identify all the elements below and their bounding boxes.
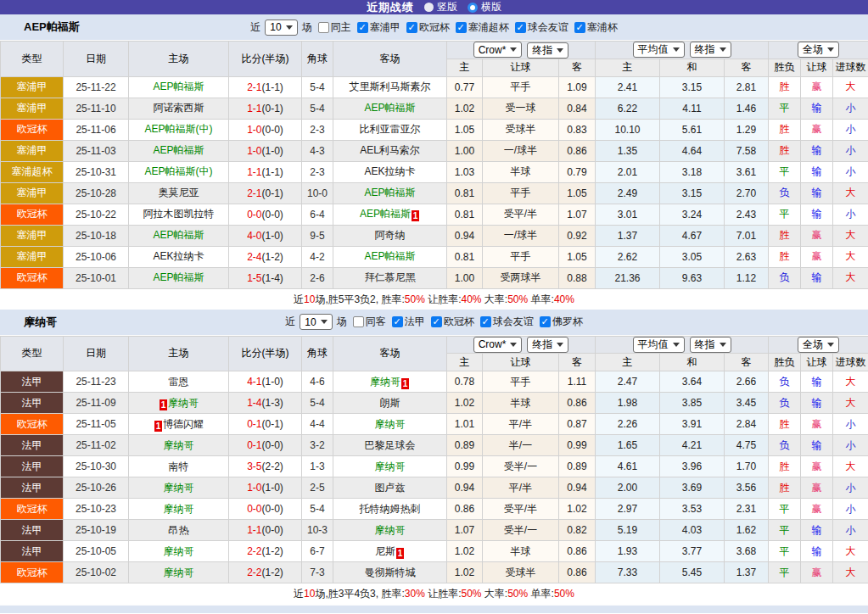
- score-cell: 1-1(0-1): [229, 98, 302, 119]
- home-team[interactable]: AEP帕福斯: [129, 140, 229, 161]
- league-cell[interactable]: 塞浦甲: [1, 140, 64, 161]
- final-index-select[interactable]: 终指: [690, 337, 731, 353]
- same-side-checkbox[interactable]: [353, 316, 364, 327]
- scope-select[interactable]: 全场: [798, 42, 839, 58]
- away-team[interactable]: 朗斯: [333, 393, 447, 414]
- away-team[interactable]: AEK拉纳卡: [333, 161, 447, 182]
- league-cell[interactable]: 塞浦超杯: [1, 161, 64, 182]
- results-table: 类型日期主场比分(半场)角球客场Crow*终指平均值终指全场主让球客主和客胜负让…: [0, 336, 868, 584]
- league-filter-checkbox[interactable]: ✓: [574, 22, 585, 33]
- away-team[interactable]: 阿奇纳: [333, 225, 447, 246]
- horizontal-layout-radio-group[interactable]: 横版: [468, 0, 501, 14]
- avg-draw: 3.69: [660, 477, 725, 499]
- final-index-select[interactable]: 终指: [690, 42, 731, 58]
- league-filter-checkbox[interactable]: ✓: [480, 316, 491, 327]
- away-team[interactable]: AEP帕福斯: [333, 182, 447, 204]
- league-cell[interactable]: 法甲: [1, 393, 64, 414]
- home-team[interactable]: 摩纳哥: [129, 562, 229, 583]
- league-filter-checkbox[interactable]: ✓: [431, 316, 442, 327]
- away-team[interactable]: 曼彻斯特城: [333, 562, 447, 583]
- league-cell[interactable]: 欧冠杯: [1, 204, 64, 225]
- away-team[interactable]: 拜仁慕尼黑: [333, 267, 447, 288]
- home-team[interactable]: 1博德闪耀: [129, 414, 229, 435]
- league-cell[interactable]: 欧冠杯: [1, 562, 64, 583]
- average-odds-select[interactable]: 平均值: [633, 42, 685, 58]
- league-cell[interactable]: 法甲: [1, 371, 64, 393]
- average-odds-select[interactable]: 平均值: [633, 337, 685, 353]
- bookmaker-select[interactable]: Crow*: [473, 337, 523, 353]
- league-cell[interactable]: 法甲: [1, 520, 64, 541]
- league-filter-checkbox[interactable]: ✓: [357, 22, 368, 33]
- league-filter-checkbox[interactable]: ✓: [515, 22, 526, 33]
- league-cell[interactable]: 塞浦甲: [1, 182, 64, 204]
- league-cell[interactable]: 塞浦甲: [1, 246, 64, 267]
- home-team[interactable]: AEP帕福斯: [129, 225, 229, 246]
- home-team[interactable]: 摩纳哥: [129, 477, 229, 499]
- home-team[interactable]: 奥莫尼亚: [129, 182, 229, 204]
- away-team[interactable]: 摩纳哥: [333, 414, 447, 435]
- league-cell[interactable]: 法甲: [1, 477, 64, 499]
- vertical-layout-radio-group[interactable]: 竖版: [424, 0, 457, 14]
- dropdown-value: 终指: [532, 338, 552, 352]
- result-outcome: 平: [769, 541, 801, 562]
- league-cell[interactable]: 法甲: [1, 456, 64, 477]
- final-index-select[interactable]: 终指: [527, 42, 568, 59]
- away-team[interactable]: 摩纳哥1: [333, 371, 447, 393]
- avg-home: 3.01: [596, 204, 660, 225]
- home-team[interactable]: 摩纳哥: [129, 499, 229, 520]
- home-team[interactable]: 雷恩: [129, 371, 229, 393]
- home-team[interactable]: AEK拉纳卡: [129, 246, 229, 267]
- league-cell[interactable]: 法甲: [1, 435, 64, 456]
- home-team[interactable]: AEP帕福斯(中): [129, 119, 229, 140]
- away-team[interactable]: AEL利马索尔: [333, 140, 447, 161]
- league-cell[interactable]: 欧冠杯: [1, 267, 64, 288]
- away-team[interactable]: 摩纳哥: [333, 456, 447, 477]
- league-cell[interactable]: 欧冠杯: [1, 414, 64, 435]
- away-team[interactable]: 图卢兹: [333, 477, 447, 499]
- home-team[interactable]: 阿拉木图凯拉特: [129, 204, 229, 225]
- home-team[interactable]: 摩纳哥: [129, 435, 229, 456]
- result-handicap: 赢: [801, 456, 833, 477]
- league-cell[interactable]: 塞浦甲: [1, 225, 64, 246]
- away-team[interactable]: 艾里斯利马斯素尔: [333, 76, 447, 98]
- home-team[interactable]: 南特: [129, 456, 229, 477]
- league-cell[interactable]: 塞浦甲: [1, 98, 64, 119]
- away-team[interactable]: AEP帕福斯: [333, 246, 447, 267]
- home-team[interactable]: 摩纳哥: [129, 541, 229, 562]
- away-team[interactable]: 托特纳姆热刺: [333, 499, 447, 520]
- home-team[interactable]: AEP帕福斯: [129, 76, 229, 98]
- home-team[interactable]: 1摩纳哥: [129, 393, 229, 414]
- games-count-select[interactable]: 10: [300, 314, 332, 330]
- same-side-checkbox[interactable]: [318, 22, 329, 33]
- vertical-radio-icon[interactable]: [424, 3, 434, 12]
- league-cell[interactable]: 欧冠杯: [1, 119, 64, 140]
- bookmaker-select[interactable]: Crow*: [473, 42, 523, 58]
- home-team[interactable]: AEP帕福斯(中): [129, 161, 229, 182]
- league-filter-checkbox[interactable]: ✓: [456, 22, 467, 33]
- home-team[interactable]: AEP帕福斯: [129, 267, 229, 288]
- league-cell[interactable]: 欧冠杯: [1, 499, 64, 520]
- corner-cell: 10-0: [302, 182, 333, 204]
- date-cell: 25-11-22: [64, 76, 129, 98]
- team-name-text: 巴黎足球会: [365, 439, 416, 451]
- away-team[interactable]: 巴黎足球会: [333, 435, 447, 456]
- league-filter-checkbox[interactable]: ✓: [392, 316, 403, 327]
- final-index-select[interactable]: 终指: [527, 337, 568, 353]
- home-team[interactable]: 昂热: [129, 520, 229, 541]
- league-filter-checkbox[interactable]: ✓: [406, 22, 417, 33]
- horizontal-radio-icon[interactable]: [468, 3, 478, 13]
- home-team[interactable]: 阿诺索西斯: [129, 98, 229, 119]
- summary-segment: 单率:: [528, 588, 554, 600]
- games-count-select[interactable]: 10: [265, 20, 297, 36]
- away-team[interactable]: AEP帕福斯: [333, 98, 447, 119]
- league-cell[interactable]: 法甲: [1, 541, 64, 562]
- away-team[interactable]: AEP帕福斯1: [333, 204, 447, 225]
- away-team[interactable]: 尼斯1: [333, 541, 447, 562]
- league-filter-checkbox[interactable]: ✓: [540, 316, 551, 327]
- away-team[interactable]: 比利亚雷亚尔: [333, 119, 447, 140]
- scope-select[interactable]: 全场: [798, 337, 839, 353]
- column-subheader: 客: [725, 59, 769, 76]
- away-team[interactable]: 摩纳哥: [333, 520, 447, 541]
- score-cell: 2-1(1-1): [229, 76, 302, 98]
- league-cell[interactable]: 塞浦甲: [1, 76, 64, 98]
